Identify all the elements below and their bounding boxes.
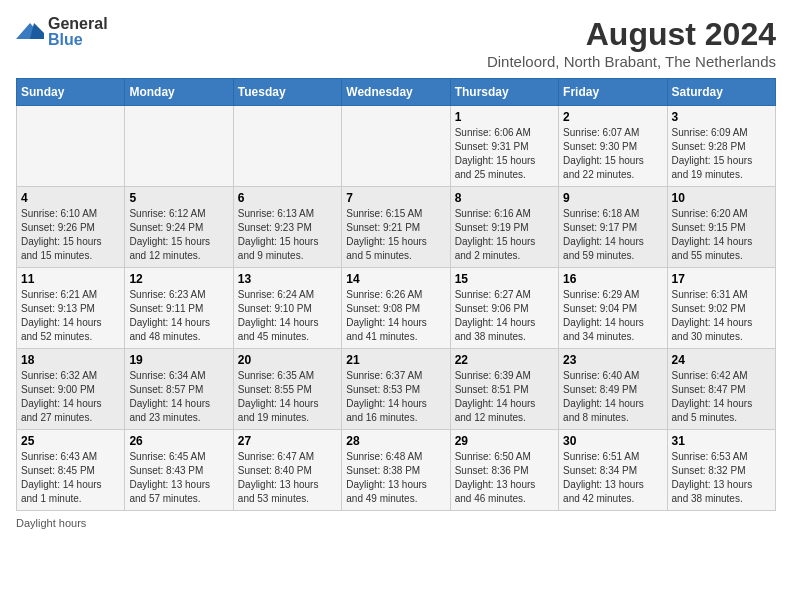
day-info: Sunrise: 6:29 AM Sunset: 9:04 PM Dayligh… <box>563 288 662 344</box>
weekday-header-friday: Friday <box>559 79 667 106</box>
calendar-cell: 19Sunrise: 6:34 AM Sunset: 8:57 PM Dayli… <box>125 349 233 430</box>
calendar-cell: 15Sunrise: 6:27 AM Sunset: 9:06 PM Dayli… <box>450 268 558 349</box>
weekday-header-row: SundayMondayTuesdayWednesdayThursdayFrid… <box>17 79 776 106</box>
logo-blue: Blue <box>48 31 83 48</box>
day-number: 24 <box>672 353 771 367</box>
day-number: 27 <box>238 434 337 448</box>
calendar-table: SundayMondayTuesdayWednesdayThursdayFrid… <box>16 78 776 511</box>
day-info: Sunrise: 6:16 AM Sunset: 9:19 PM Dayligh… <box>455 207 554 263</box>
calendar-cell: 16Sunrise: 6:29 AM Sunset: 9:04 PM Dayli… <box>559 268 667 349</box>
day-number: 10 <box>672 191 771 205</box>
page-header: General Blue August 2024 Dinteloord, Nor… <box>16 16 776 70</box>
day-info: Sunrise: 6:23 AM Sunset: 9:11 PM Dayligh… <box>129 288 228 344</box>
day-number: 26 <box>129 434 228 448</box>
calendar-cell <box>17 106 125 187</box>
calendar-cell <box>125 106 233 187</box>
logo-general: General <box>48 15 108 32</box>
calendar-cell: 1Sunrise: 6:06 AM Sunset: 9:31 PM Daylig… <box>450 106 558 187</box>
week-row-4: 18Sunrise: 6:32 AM Sunset: 9:00 PM Dayli… <box>17 349 776 430</box>
day-info: Sunrise: 6:18 AM Sunset: 9:17 PM Dayligh… <box>563 207 662 263</box>
logo-icon <box>16 21 44 43</box>
calendar-cell: 27Sunrise: 6:47 AM Sunset: 8:40 PM Dayli… <box>233 430 341 511</box>
day-number: 20 <box>238 353 337 367</box>
day-number: 19 <box>129 353 228 367</box>
week-row-2: 4Sunrise: 6:10 AM Sunset: 9:26 PM Daylig… <box>17 187 776 268</box>
calendar-cell: 22Sunrise: 6:39 AM Sunset: 8:51 PM Dayli… <box>450 349 558 430</box>
calendar-cell: 23Sunrise: 6:40 AM Sunset: 8:49 PM Dayli… <box>559 349 667 430</box>
day-number: 5 <box>129 191 228 205</box>
day-info: Sunrise: 6:47 AM Sunset: 8:40 PM Dayligh… <box>238 450 337 506</box>
calendar-cell: 24Sunrise: 6:42 AM Sunset: 8:47 PM Dayli… <box>667 349 775 430</box>
day-number: 12 <box>129 272 228 286</box>
calendar-cell: 26Sunrise: 6:45 AM Sunset: 8:43 PM Dayli… <box>125 430 233 511</box>
week-row-3: 11Sunrise: 6:21 AM Sunset: 9:13 PM Dayli… <box>17 268 776 349</box>
day-number: 25 <box>21 434 120 448</box>
calendar-cell: 9Sunrise: 6:18 AM Sunset: 9:17 PM Daylig… <box>559 187 667 268</box>
day-info: Sunrise: 6:27 AM Sunset: 9:06 PM Dayligh… <box>455 288 554 344</box>
day-info: Sunrise: 6:07 AM Sunset: 9:30 PM Dayligh… <box>563 126 662 182</box>
calendar-cell: 12Sunrise: 6:23 AM Sunset: 9:11 PM Dayli… <box>125 268 233 349</box>
weekday-header-thursday: Thursday <box>450 79 558 106</box>
day-number: 22 <box>455 353 554 367</box>
day-info: Sunrise: 6:15 AM Sunset: 9:21 PM Dayligh… <box>346 207 445 263</box>
day-number: 31 <box>672 434 771 448</box>
day-info: Sunrise: 6:21 AM Sunset: 9:13 PM Dayligh… <box>21 288 120 344</box>
calendar-cell: 20Sunrise: 6:35 AM Sunset: 8:55 PM Dayli… <box>233 349 341 430</box>
day-info: Sunrise: 6:40 AM Sunset: 8:49 PM Dayligh… <box>563 369 662 425</box>
calendar-cell: 14Sunrise: 6:26 AM Sunset: 9:08 PM Dayli… <box>342 268 450 349</box>
day-number: 28 <box>346 434 445 448</box>
day-info: Sunrise: 6:48 AM Sunset: 8:38 PM Dayligh… <box>346 450 445 506</box>
weekday-header-monday: Monday <box>125 79 233 106</box>
day-info: Sunrise: 6:31 AM Sunset: 9:02 PM Dayligh… <box>672 288 771 344</box>
day-info: Sunrise: 6:35 AM Sunset: 8:55 PM Dayligh… <box>238 369 337 425</box>
calendar-cell: 8Sunrise: 6:16 AM Sunset: 9:19 PM Daylig… <box>450 187 558 268</box>
title-block: August 2024 Dinteloord, North Brabant, T… <box>487 16 776 70</box>
day-info: Sunrise: 6:37 AM Sunset: 8:53 PM Dayligh… <box>346 369 445 425</box>
day-number: 3 <box>672 110 771 124</box>
day-number: 17 <box>672 272 771 286</box>
day-number: 15 <box>455 272 554 286</box>
calendar-cell: 13Sunrise: 6:24 AM Sunset: 9:10 PM Dayli… <box>233 268 341 349</box>
day-number: 29 <box>455 434 554 448</box>
day-info: Sunrise: 6:50 AM Sunset: 8:36 PM Dayligh… <box>455 450 554 506</box>
weekday-header-wednesday: Wednesday <box>342 79 450 106</box>
day-info: Sunrise: 6:42 AM Sunset: 8:47 PM Dayligh… <box>672 369 771 425</box>
calendar-cell: 3Sunrise: 6:09 AM Sunset: 9:28 PM Daylig… <box>667 106 775 187</box>
weekday-header-sunday: Sunday <box>17 79 125 106</box>
day-number: 2 <box>563 110 662 124</box>
day-number: 11 <box>21 272 120 286</box>
day-info: Sunrise: 6:45 AM Sunset: 8:43 PM Dayligh… <box>129 450 228 506</box>
day-number: 21 <box>346 353 445 367</box>
day-number: 18 <box>21 353 120 367</box>
day-number: 13 <box>238 272 337 286</box>
day-info: Sunrise: 6:53 AM Sunset: 8:32 PM Dayligh… <box>672 450 771 506</box>
day-info: Sunrise: 6:06 AM Sunset: 9:31 PM Dayligh… <box>455 126 554 182</box>
day-info: Sunrise: 6:09 AM Sunset: 9:28 PM Dayligh… <box>672 126 771 182</box>
day-number: 16 <box>563 272 662 286</box>
subtitle: Dinteloord, North Brabant, The Netherlan… <box>487 53 776 70</box>
day-info: Sunrise: 6:51 AM Sunset: 8:34 PM Dayligh… <box>563 450 662 506</box>
calendar-cell: 25Sunrise: 6:43 AM Sunset: 8:45 PM Dayli… <box>17 430 125 511</box>
day-info: Sunrise: 6:43 AM Sunset: 8:45 PM Dayligh… <box>21 450 120 506</box>
calendar-cell: 10Sunrise: 6:20 AM Sunset: 9:15 PM Dayli… <box>667 187 775 268</box>
calendar-cell: 2Sunrise: 6:07 AM Sunset: 9:30 PM Daylig… <box>559 106 667 187</box>
day-number: 6 <box>238 191 337 205</box>
calendar-cell: 6Sunrise: 6:13 AM Sunset: 9:23 PM Daylig… <box>233 187 341 268</box>
footer: Daylight hours <box>16 517 776 529</box>
day-info: Sunrise: 6:26 AM Sunset: 9:08 PM Dayligh… <box>346 288 445 344</box>
day-info: Sunrise: 6:20 AM Sunset: 9:15 PM Dayligh… <box>672 207 771 263</box>
day-info: Sunrise: 6:12 AM Sunset: 9:24 PM Dayligh… <box>129 207 228 263</box>
day-info: Sunrise: 6:10 AM Sunset: 9:26 PM Dayligh… <box>21 207 120 263</box>
day-info: Sunrise: 6:39 AM Sunset: 8:51 PM Dayligh… <box>455 369 554 425</box>
day-number: 1 <box>455 110 554 124</box>
week-row-5: 25Sunrise: 6:43 AM Sunset: 8:45 PM Dayli… <box>17 430 776 511</box>
daylight-label: Daylight hours <box>16 517 86 529</box>
calendar-cell: 18Sunrise: 6:32 AM Sunset: 9:00 PM Dayli… <box>17 349 125 430</box>
calendar-cell: 7Sunrise: 6:15 AM Sunset: 9:21 PM Daylig… <box>342 187 450 268</box>
calendar-cell <box>233 106 341 187</box>
calendar-cell: 17Sunrise: 6:31 AM Sunset: 9:02 PM Dayli… <box>667 268 775 349</box>
weekday-header-saturday: Saturday <box>667 79 775 106</box>
day-info: Sunrise: 6:13 AM Sunset: 9:23 PM Dayligh… <box>238 207 337 263</box>
week-row-1: 1Sunrise: 6:06 AM Sunset: 9:31 PM Daylig… <box>17 106 776 187</box>
logo: General Blue <box>16 16 108 48</box>
